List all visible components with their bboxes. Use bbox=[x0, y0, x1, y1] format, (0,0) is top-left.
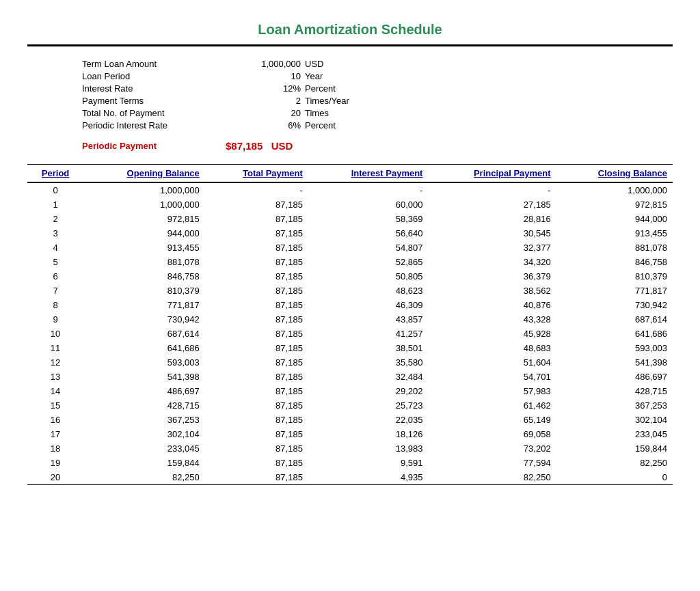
info-row-value: 2 bbox=[219, 96, 301, 106]
table-row: 01,000,000---1,000,000 bbox=[27, 182, 673, 197]
table-cell: 944,000 bbox=[83, 226, 205, 240]
table-cell: 13,983 bbox=[308, 441, 429, 456]
table-cell: 87,185 bbox=[205, 441, 308, 456]
table-cell: 10 bbox=[27, 327, 83, 341]
table-cell: 913,455 bbox=[556, 226, 673, 240]
table-cell: 15 bbox=[27, 398, 83, 413]
info-row: Loan Period 10 Year bbox=[82, 71, 673, 81]
table-cell: 7 bbox=[27, 284, 83, 298]
table-cell: 82,250 bbox=[428, 470, 556, 485]
table-cell: 87,185 bbox=[205, 269, 308, 284]
table-row: 19159,84487,1859,59177,59482,250 bbox=[27, 456, 673, 470]
table-cell: 73,202 bbox=[428, 441, 556, 456]
table-cell: 641,686 bbox=[83, 341, 205, 355]
info-row-label: Interest Rate bbox=[82, 83, 219, 94]
info-row-label: Payment Terms bbox=[82, 96, 219, 106]
table-cell: 367,253 bbox=[83, 413, 205, 427]
table-cell: 2 bbox=[27, 212, 83, 226]
table-cell: 17 bbox=[27, 427, 83, 441]
info-row-value: 10 bbox=[219, 71, 301, 81]
table-cell: 51,604 bbox=[428, 355, 556, 370]
table-cell: 541,398 bbox=[556, 355, 673, 370]
table-cell: 233,045 bbox=[556, 427, 673, 441]
table-row: 17302,10487,18518,12669,058233,045 bbox=[27, 427, 673, 441]
table-column-header: Closing Balance bbox=[556, 165, 673, 183]
periodic-unit: USD bbox=[271, 140, 293, 152]
table-cell: 87,185 bbox=[205, 341, 308, 355]
table-cell: 54,701 bbox=[428, 370, 556, 384]
table-cell: 57,983 bbox=[428, 384, 556, 398]
table-row: 4913,45587,18554,80732,377881,078 bbox=[27, 240, 673, 255]
table-cell: 881,078 bbox=[556, 240, 673, 255]
table-column-header: Principal Payment bbox=[428, 165, 556, 183]
table-cell: 22,035 bbox=[308, 413, 429, 427]
info-row-value: 6% bbox=[219, 120, 301, 130]
table-cell: 302,104 bbox=[556, 413, 673, 427]
table-cell: 881,078 bbox=[83, 255, 205, 269]
table-cell: 771,817 bbox=[556, 284, 673, 298]
table-row: 10687,61487,18541,25745,928641,686 bbox=[27, 327, 673, 341]
table-cell: - bbox=[308, 182, 429, 197]
periodic-payment-row: Periodic Payment $87,185 USD bbox=[82, 140, 673, 152]
info-row-value: 1,000,000 bbox=[219, 59, 301, 69]
table-row: 2972,81587,18558,36928,816944,000 bbox=[27, 212, 673, 226]
table-row: 3944,00087,18556,64030,545913,455 bbox=[27, 226, 673, 240]
table-cell: 428,715 bbox=[83, 398, 205, 413]
info-row-label: Term Loan Amount bbox=[82, 59, 219, 69]
info-row: Total No. of Payment 20 Times bbox=[82, 108, 673, 118]
table-cell: 5 bbox=[27, 255, 83, 269]
table-cell: 87,185 bbox=[205, 312, 308, 327]
table-cell: 1,000,000 bbox=[83, 182, 205, 197]
table-cell: 771,817 bbox=[83, 298, 205, 312]
info-row-unit: Percent bbox=[305, 83, 336, 94]
table-cell: 87,185 bbox=[205, 398, 308, 413]
table-cell: 8 bbox=[27, 298, 83, 312]
table-cell: 87,185 bbox=[205, 370, 308, 384]
table-cell: 36,379 bbox=[428, 269, 556, 284]
info-row-unit: Times bbox=[305, 108, 329, 118]
table-cell: 27,185 bbox=[428, 197, 556, 212]
table-cell: 38,501 bbox=[308, 341, 429, 355]
table-row: 8771,81787,18546,30940,876730,942 bbox=[27, 298, 673, 312]
table-cell: 25,723 bbox=[308, 398, 429, 413]
table-cell: 87,185 bbox=[205, 470, 308, 485]
table-row: 16367,25387,18522,03565,149302,104 bbox=[27, 413, 673, 427]
table-cell: 20 bbox=[27, 470, 83, 485]
table-cell: 41,257 bbox=[308, 327, 429, 341]
periodic-value: $87,185 USD bbox=[226, 140, 293, 152]
table-cell: 87,185 bbox=[205, 355, 308, 370]
table-cell: 159,844 bbox=[556, 441, 673, 456]
table-cell: 87,185 bbox=[205, 255, 308, 269]
table-cell: 11 bbox=[27, 341, 83, 355]
table-row: 15428,71587,18525,72361,462367,253 bbox=[27, 398, 673, 413]
table-row: 18233,04587,18513,98373,202159,844 bbox=[27, 441, 673, 456]
table-row: 2082,25087,1854,93582,2500 bbox=[27, 470, 673, 485]
table-row: 13541,39887,18532,48454,701486,697 bbox=[27, 370, 673, 384]
table-cell: 19 bbox=[27, 456, 83, 470]
table-cell: 18 bbox=[27, 441, 83, 456]
table-cell: 87,185 bbox=[205, 427, 308, 441]
table-cell: 367,253 bbox=[556, 398, 673, 413]
table-cell: 972,815 bbox=[556, 197, 673, 212]
page: Loan Amortization Schedule Term Loan Amo… bbox=[0, 0, 700, 512]
table-cell: 87,185 bbox=[205, 298, 308, 312]
table-cell: 87,185 bbox=[205, 197, 308, 212]
info-section: Term Loan Amount 1,000,000 USD Loan Peri… bbox=[82, 59, 673, 152]
table-cell: 48,683 bbox=[428, 341, 556, 355]
info-row-label: Loan Period bbox=[82, 71, 219, 81]
info-row: Term Loan Amount 1,000,000 USD bbox=[82, 59, 673, 69]
info-row-unit: USD bbox=[305, 59, 323, 69]
table-cell: 87,185 bbox=[205, 413, 308, 427]
table-cell: 30,545 bbox=[428, 226, 556, 240]
table-cell: 159,844 bbox=[83, 456, 205, 470]
table-cell: 16 bbox=[27, 413, 83, 427]
table-cell: 60,000 bbox=[308, 197, 429, 212]
table-cell: 87,185 bbox=[205, 327, 308, 341]
table-cell: 972,815 bbox=[83, 212, 205, 226]
table-row: 5881,07887,18552,86534,320846,758 bbox=[27, 255, 673, 269]
table-row: 14486,69787,18529,20257,983428,715 bbox=[27, 384, 673, 398]
table-column-header: Total Payment bbox=[205, 165, 308, 183]
table-cell: 54,807 bbox=[308, 240, 429, 255]
table-cell: 82,250 bbox=[83, 470, 205, 485]
table-cell: 913,455 bbox=[83, 240, 205, 255]
